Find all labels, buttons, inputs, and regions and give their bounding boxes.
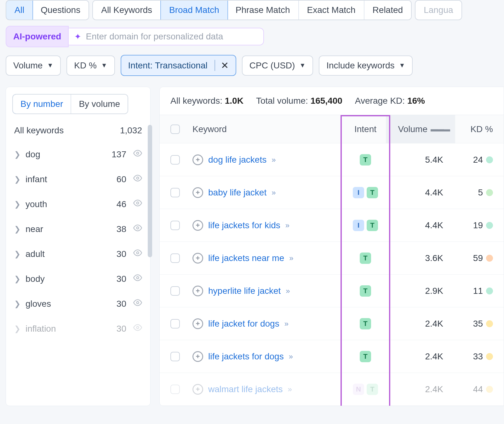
double-chevron-icon[interactable]: » xyxy=(289,352,293,361)
filter-include-keywords[interactable]: Include keywords ▼ xyxy=(319,55,413,76)
domain-input[interactable] xyxy=(86,32,258,42)
match-tab-group: All Keywords Broad Match Phrase Match Ex… xyxy=(92,0,412,20)
svg-point-3 xyxy=(137,227,139,229)
intent-badge-n: N xyxy=(353,384,364,395)
filter-intent[interactable]: Intent: Transactional ✕ xyxy=(121,55,236,76)
add-keyword-icon[interactable]: + xyxy=(192,253,203,264)
sidebar-item[interactable]: ❯adult30 xyxy=(12,241,144,266)
double-chevron-icon[interactable]: » xyxy=(272,188,276,197)
keyword-link[interactable]: life jackets for kids xyxy=(208,220,280,230)
tab-phrase-match[interactable]: Phrase Match xyxy=(227,1,299,20)
add-keyword-icon[interactable]: + xyxy=(192,154,203,165)
sidebar-item-count: 30 xyxy=(117,299,126,309)
kd-difficulty-dot xyxy=(486,222,493,229)
col-keyword[interactable]: Keyword xyxy=(192,124,342,134)
keyword-link[interactable]: dog life jackets xyxy=(208,155,266,165)
tab-broad-match[interactable]: Broad Match xyxy=(160,0,228,20)
intent-badge-i: I xyxy=(353,220,364,231)
chevron-right-icon: ❯ xyxy=(14,299,20,308)
keyword-link[interactable]: walmart life jackets xyxy=(208,384,283,394)
filter-kd[interactable]: KD % ▼ xyxy=(66,55,115,76)
eye-icon[interactable] xyxy=(133,273,142,284)
eye-icon[interactable] xyxy=(133,298,142,309)
sidebar-item[interactable]: ❯near38 xyxy=(12,217,144,241)
sidebar-item[interactable]: ❯youth46 xyxy=(12,192,144,217)
double-chevron-icon[interactable]: » xyxy=(272,155,276,164)
row-checkbox[interactable] xyxy=(170,319,180,328)
col-intent[interactable]: Intent xyxy=(342,124,389,134)
select-all-checkbox[interactable] xyxy=(170,125,180,134)
eye-icon[interactable] xyxy=(133,174,142,185)
sidebar-item-label: inflation xyxy=(26,324,112,334)
sidebar-item[interactable]: ❯inflation30 xyxy=(12,316,144,341)
double-chevron-icon[interactable]: » xyxy=(284,319,289,328)
sidebar-item-count: 60 xyxy=(117,174,126,184)
svg-point-6 xyxy=(137,302,139,304)
intent-cell: IT xyxy=(342,220,389,231)
ai-powered-badge: AI-powered xyxy=(6,26,69,47)
sidebar-head-count: 1,032 xyxy=(120,125,142,136)
keyword-link[interactable]: life jackets near me xyxy=(208,253,284,263)
double-chevron-icon[interactable]: » xyxy=(286,287,290,295)
keyword-link[interactable]: baby life jacket xyxy=(208,188,266,198)
eye-icon[interactable] xyxy=(133,149,142,160)
filter-volume[interactable]: Volume ▼ xyxy=(6,55,61,76)
sidebar-item[interactable]: ❯body30 xyxy=(12,266,144,291)
sidebar-item-label: youth xyxy=(26,199,112,209)
tab-related[interactable]: Related xyxy=(364,1,411,20)
seg-by-number[interactable]: By number xyxy=(12,94,71,114)
sparkle-icon: ✦ xyxy=(74,32,81,42)
add-keyword-icon[interactable]: + xyxy=(192,286,203,296)
table-row: +dog life jackets»T5.4K24 xyxy=(160,143,504,176)
chevron-down-icon: ▼ xyxy=(299,62,306,69)
eye-icon[interactable] xyxy=(133,224,142,235)
row-checkbox[interactable] xyxy=(170,385,180,394)
svg-point-2 xyxy=(137,202,139,204)
col-kd[interactable]: KD % xyxy=(452,124,493,134)
tab-all-keywords[interactable]: All Keywords xyxy=(93,1,161,20)
svg-point-1 xyxy=(137,177,139,179)
eye-icon[interactable] xyxy=(133,199,142,210)
close-icon[interactable]: ✕ xyxy=(215,60,229,71)
double-chevron-icon[interactable]: » xyxy=(285,221,289,230)
row-checkbox[interactable] xyxy=(170,188,180,197)
kd-cell: 5 xyxy=(452,188,493,198)
kd-cell: 59 xyxy=(452,253,493,263)
tab-exact-match[interactable]: Exact Match xyxy=(299,1,364,20)
table-row: +life jackets near me»T3.6K59 xyxy=(160,242,504,275)
scrollbar-thumb[interactable] xyxy=(148,125,152,257)
chevron-right-icon: ❯ xyxy=(14,225,20,234)
add-keyword-icon[interactable]: + xyxy=(192,187,203,198)
add-keyword-icon[interactable]: + xyxy=(192,220,203,231)
sidebar-item[interactable]: ❯dog137 xyxy=(12,142,144,167)
sidebar-item-label: near xyxy=(26,224,112,234)
seg-by-volume[interactable]: By volume xyxy=(71,95,128,113)
add-keyword-icon[interactable]: + xyxy=(192,351,203,362)
tab-all[interactable]: All xyxy=(6,0,33,20)
keyword-link[interactable]: life jacket for dogs xyxy=(208,319,279,329)
row-checkbox[interactable] xyxy=(170,221,180,230)
filter-cpc[interactable]: CPC (USD) ▼ xyxy=(242,55,313,76)
sidebar-item[interactable]: ❯infant60 xyxy=(12,167,144,192)
keyword-link[interactable]: life jackets for dogs xyxy=(208,351,284,362)
row-checkbox[interactable] xyxy=(170,155,180,165)
eye-icon[interactable] xyxy=(133,323,142,334)
add-keyword-icon[interactable]: + xyxy=(192,384,203,395)
table-row: +baby life jacket»IT4.4K5 xyxy=(160,176,504,209)
row-checkbox[interactable] xyxy=(170,253,180,263)
col-volume[interactable]: Volume ▬▬▬▬▬▬ xyxy=(386,115,455,143)
row-checkbox[interactable] xyxy=(170,352,180,361)
keyword-link[interactable]: hyperlite life jacket xyxy=(208,286,281,296)
tab-questions[interactable]: Questions xyxy=(32,1,89,20)
row-checkbox[interactable] xyxy=(170,286,180,296)
double-chevron-icon[interactable]: » xyxy=(289,254,293,263)
tab-languages[interactable]: Langua xyxy=(415,1,461,20)
sidebar-item[interactable]: ❯gloves30 xyxy=(12,291,144,316)
add-keyword-icon[interactable]: + xyxy=(192,318,203,329)
double-chevron-icon[interactable]: » xyxy=(288,385,292,394)
intent-badge-i: I xyxy=(353,187,364,198)
volume-cell: 2.4K xyxy=(389,384,452,394)
sidebar-item-label: gloves xyxy=(26,299,112,309)
intent-badge-t: T xyxy=(360,154,371,166)
eye-icon[interactable] xyxy=(133,248,142,259)
